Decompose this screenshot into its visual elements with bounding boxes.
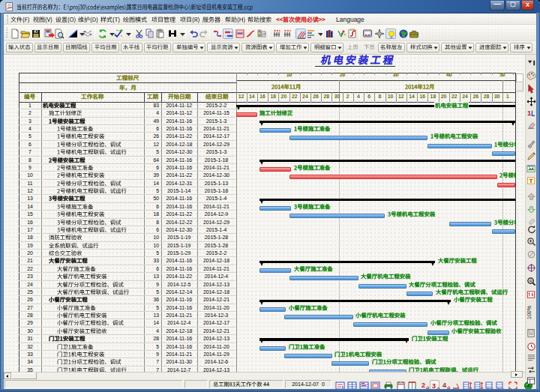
svg-text:T: T	[529, 178, 532, 184]
svg-text:4: 4	[442, 382, 446, 389]
svg-text:R: R	[529, 279, 532, 283]
svg-text:2: 2	[422, 382, 425, 389]
svg-text:1: 1	[526, 109, 530, 117]
svg-text:3: 3	[432, 382, 436, 390]
